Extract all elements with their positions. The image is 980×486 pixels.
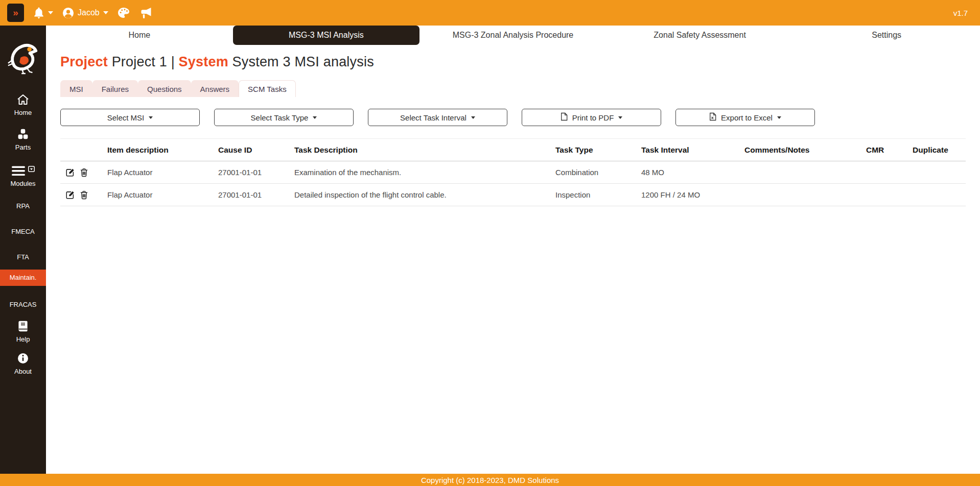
button-label: Print to PDF	[572, 113, 614, 122]
sidebar-item-label: Parts	[15, 144, 31, 151]
button-label: Select Task Interval	[400, 113, 466, 122]
cell-cmr	[866, 184, 913, 206]
bell-icon	[33, 7, 44, 19]
caret-down-icon	[149, 116, 153, 119]
tab-questions[interactable]: Questions	[138, 80, 191, 97]
delete-row-button[interactable]	[80, 168, 88, 177]
help-book-icon	[18, 321, 28, 333]
palette-icon	[118, 7, 130, 18]
nav-tab-msg3-msi-analysis[interactable]: MSG-3 MSI Analysis	[233, 26, 420, 45]
col-item-description: Item description	[107, 139, 218, 161]
announcements-button[interactable]	[139, 7, 152, 19]
caret-down-icon	[313, 116, 317, 119]
theme-button[interactable]	[118, 7, 130, 18]
select-msi-dropdown[interactable]: Select MSI	[60, 109, 200, 126]
table-row: Flap Actuator 27001-01-01 Examination of…	[60, 161, 966, 184]
sidebar-item-help[interactable]: Help	[0, 321, 46, 343]
user-menu[interactable]: Jacob	[62, 7, 108, 19]
analysis-tabs: MSI Failures Questions Answers SCM Tasks	[60, 80, 966, 97]
sidebar-item-label: FRACAS	[10, 301, 37, 308]
excel-file-icon	[709, 112, 716, 123]
col-cause-id: Cause ID	[218, 139, 294, 161]
copyright-text: Copyright (c) 2018-2023, DMD Solutions	[421, 476, 559, 484]
print-to-pdf-button[interactable]: Print to PDF	[522, 109, 661, 126]
bird-logo[interactable]	[7, 40, 39, 78]
footer: Copyright (c) 2018-2023, DMD Solutions	[0, 474, 980, 486]
nav-tab-msg3-zonal-analysis[interactable]: MSG-3 Zonal Analysis Procedure	[419, 26, 606, 45]
col-task-description: Task Description	[294, 139, 555, 161]
system-name: System 3 MSI analysis	[232, 54, 374, 69]
user-circle-icon	[62, 7, 74, 19]
button-label: Select Task Type	[251, 113, 309, 122]
export-to-excel-button[interactable]: Export to Excel	[675, 109, 815, 126]
tab-answers[interactable]: Answers	[191, 80, 239, 97]
nav-tab-zonal-safety-assessment[interactable]: Zonal Safety Assessment	[606, 26, 794, 45]
cell-item-description: Flap Actuator	[107, 184, 218, 206]
notifications-dropdown[interactable]	[33, 7, 53, 19]
cell-task-interval: 1200 FH / 24 MO	[641, 184, 744, 206]
caret-down-icon	[48, 11, 53, 14]
col-cmr: CMR	[866, 139, 913, 161]
sidebar-item-label: Modules	[10, 180, 35, 187]
button-label: Select MSI	[107, 113, 145, 122]
cell-cause-id: 27001-01-01	[218, 161, 294, 184]
table-header-row: Item description Cause ID Task Descripti…	[60, 139, 966, 161]
modules-icon	[12, 166, 25, 178]
caret-down-icon	[103, 11, 108, 14]
scm-tasks-table: Item description Cause ID Task Descripti…	[60, 138, 966, 206]
sidebar-item-label: Home	[14, 109, 32, 116]
cell-item-description: Flap Actuator	[107, 161, 218, 184]
sidebar-item-label: FMECA	[11, 228, 35, 235]
tab-failures[interactable]: Failures	[92, 80, 138, 97]
sidebar-item-maintain-active[interactable]: Maintain.	[0, 270, 46, 286]
nav-tab-settings[interactable]: Settings	[793, 26, 980, 45]
project-label: Project	[60, 54, 108, 69]
info-circle-icon	[17, 353, 29, 366]
edit-row-button[interactable]	[65, 168, 75, 177]
col-comments-notes: Comments/Notes	[744, 139, 866, 161]
sidebar-item-label: FTA	[17, 254, 29, 261]
toolbar: Select MSI Select Task Type Select Task …	[60, 109, 966, 126]
modules-popout-icon	[28, 166, 35, 174]
cell-task-interval: 48 MO	[641, 161, 744, 184]
sidebar-collapse-button[interactable]: »	[7, 4, 24, 22]
sidebar: Home Parts Modules RPA FMECA FTA Maintai…	[0, 26, 46, 474]
sidebar-item-about[interactable]: About	[0, 353, 46, 375]
select-task-interval-dropdown[interactable]: Select Task Interval	[368, 109, 507, 126]
sidebar-item-label: Maintain.	[10, 274, 37, 281]
pdf-file-icon	[561, 112, 568, 123]
top-navigation: Home MSG-3 MSI Analysis MSG-3 Zonal Anal…	[46, 26, 980, 45]
sidebar-item-label: About	[14, 368, 32, 375]
cell-comments-notes	[744, 184, 866, 206]
caret-down-icon	[777, 116, 781, 119]
sidebar-item-fracas[interactable]: FRACAS	[0, 298, 46, 311]
sidebar-item-home[interactable]: Home	[0, 94, 46, 116]
sidebar-item-rpa[interactable]: RPA	[0, 200, 46, 213]
col-task-type: Task Type	[555, 139, 641, 161]
parts-icon	[17, 129, 29, 141]
app-version: v1.7	[953, 9, 968, 17]
nav-tab-home[interactable]: Home	[46, 26, 233, 45]
cell-task-description: Examination of the mechanism.	[294, 161, 555, 184]
sidebar-item-modules[interactable]: Modules	[0, 166, 46, 187]
sidebar-item-fmeca[interactable]: FMECA	[0, 225, 46, 238]
home-icon	[17, 94, 29, 107]
tab-scm-tasks[interactable]: SCM Tasks	[239, 80, 296, 97]
user-name: Jacob	[78, 8, 100, 17]
project-name: Project 1 |	[112, 54, 175, 69]
col-duplicate: Duplicate	[913, 139, 966, 161]
sidebar-item-label: RPA	[16, 203, 30, 210]
sidebar-item-parts[interactable]: Parts	[0, 129, 46, 151]
tab-msi[interactable]: MSI	[60, 80, 92, 97]
select-task-type-dropdown[interactable]: Select Task Type	[214, 109, 354, 126]
delete-row-button[interactable]	[80, 190, 88, 200]
caret-down-icon	[471, 116, 475, 119]
double-chevron-icon: »	[13, 7, 18, 18]
content: Project Project 1 | System System 3 MSI …	[46, 45, 980, 206]
main-area: Home MSG-3 MSI Analysis MSG-3 Zonal Anal…	[46, 26, 980, 474]
cell-comments-notes	[744, 161, 866, 184]
cell-cause-id: 27001-01-01	[218, 184, 294, 206]
edit-row-button[interactable]	[65, 190, 75, 200]
sidebar-item-fta[interactable]: FTA	[0, 251, 46, 264]
page-title: Project Project 1 | System System 3 MSI …	[60, 54, 966, 70]
